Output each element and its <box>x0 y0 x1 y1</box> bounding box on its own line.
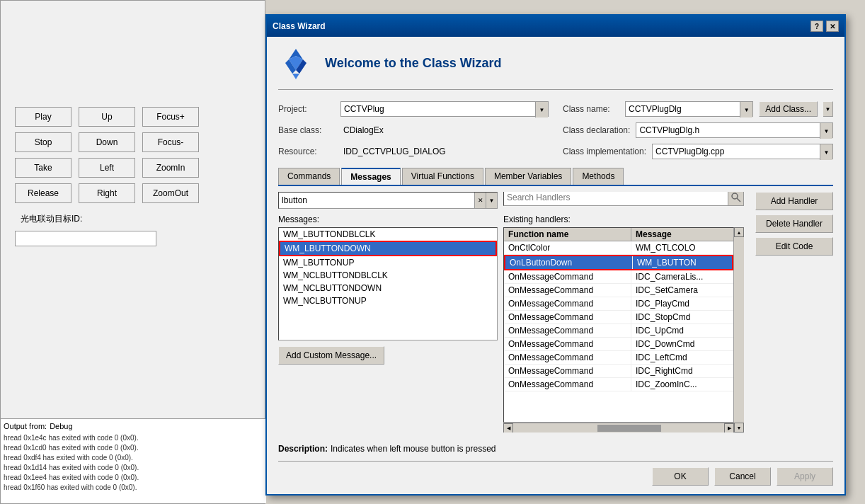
col-function-header: Function name <box>504 228 631 241</box>
message-item-wm-lbuttondown[interactable]: WM_LBUTTONDOWN <box>279 241 497 256</box>
release-button[interactable]: Release <box>15 183 71 203</box>
left-button[interactable]: Left <box>79 158 135 178</box>
vscroll-down-button[interactable]: ▼ <box>734 423 744 433</box>
close-button[interactable]: ✕ <box>826 21 839 32</box>
handlers-vscroll[interactable]: ▲ ▼ <box>734 227 744 433</box>
class-impl-select[interactable]: CCTVPlugDlg.cpp ▼ <box>652 144 833 159</box>
class-name-dropdown-arrow[interactable]: ▼ <box>740 102 752 118</box>
base-class-group: Base class: CDialogEx <box>278 122 549 138</box>
tab-member-variables[interactable]: Member Variables <box>485 168 571 185</box>
output-line: hread 0x1e4c has exited with code 0 (0x0… <box>4 433 263 443</box>
up-button[interactable]: Up <box>79 107 135 127</box>
search-handlers-input[interactable] <box>504 193 728 202</box>
edit-code-button[interactable]: Edit Code <box>755 237 833 256</box>
handler-func-onctlcolor: OnCtlColor <box>504 241 631 254</box>
down-button[interactable]: Down <box>79 132 135 152</box>
hscroll-right-button[interactable]: ▶ <box>724 423 734 433</box>
handler-func-msg-downcmd: OnMessageCommand <box>504 338 631 350</box>
output-from-label: Output from: <box>4 422 47 430</box>
vscroll-up-button[interactable]: ▲ <box>734 227 744 237</box>
handler-row-msg-rightcmd[interactable]: OnMessageCommand IDC_RightCmd <box>504 365 733 378</box>
handler-row-onctlcolor[interactable]: OnCtlColor WM_CTLCOLO <box>504 241 733 255</box>
form-fields: Project: CCTVPlug ▼ Class name: CCTVPlug… <box>278 101 833 159</box>
right-content-area: Function name Message OnCtlColor WM_CTLC… <box>503 227 744 433</box>
take-button[interactable]: Take <box>15 158 71 178</box>
project-label: Project: <box>278 104 335 114</box>
background-app: Play Up Focus+ Stop Down Focus- Take Lef… <box>0 0 265 504</box>
handler-row-msg-downcmd[interactable]: OnMessageCommand IDC_DownCmd <box>504 338 733 351</box>
action-buttons-panel: Add Handler Delete Handler Edit Code <box>755 192 833 438</box>
class-impl-dropdown-arrow[interactable]: ▼ <box>820 144 832 160</box>
add-class-dropdown-arrow[interactable]: ▼ <box>823 101 833 117</box>
handlers-table-area: Function name Message OnCtlColor WM_CTLC… <box>503 227 734 433</box>
handler-func-msg-playcmd: OnMessageCommand <box>504 297 631 310</box>
sample-edit-box[interactable] <box>15 231 156 246</box>
handlers-hscroll[interactable]: ◀ ▶ <box>503 423 734 433</box>
cancel-button[interactable]: Cancel <box>714 467 771 486</box>
description-label: Description: <box>278 444 328 454</box>
dialog-body: Welcome to the Class Wizard Project: CCT… <box>267 37 844 494</box>
handler-msg-downcmd: IDC_DownCmd <box>631 338 733 350</box>
output-header: Output from: Debug <box>4 422 263 430</box>
help-button[interactable]: ? <box>810 21 823 32</box>
apply-button[interactable]: Apply <box>777 467 833 486</box>
right-button[interactable]: Right <box>79 183 135 203</box>
dialog-footer: OK Cancel Apply <box>278 461 833 486</box>
handler-row-msg-cameralis[interactable]: OnMessageCommand IDC_CameraLis... <box>504 270 733 284</box>
tab-commands[interactable]: Commands <box>278 168 340 185</box>
handler-msg-onlbuttondown: WM_LBUTTON <box>633 256 732 269</box>
output-panel: Output from: Debug hread 0x1e4c has exit… <box>1 418 266 503</box>
project-select[interactable]: CCTVPlug ▼ <box>340 101 549 117</box>
btn-row-1: Play Up Focus+ <box>15 107 251 127</box>
hscroll-track <box>513 425 724 432</box>
handler-msg-leftcmd: IDC_LeftCmd <box>631 351 733 364</box>
handler-row-msg-setcamera[interactable]: OnMessageCommand IDC_SetCamera <box>504 284 733 297</box>
handler-func-onlbuttondown: OnLButtonDown <box>505 256 633 269</box>
focus-plus-button[interactable]: Focus+ <box>142 107 199 127</box>
zoom-in-button[interactable]: ZoomIn <box>142 158 199 178</box>
hscroll-left-button[interactable]: ◀ <box>503 423 513 433</box>
filter-input[interactable] <box>279 195 474 205</box>
filter-clear-button[interactable]: ✕ <box>474 193 486 208</box>
handler-msg-cameralis: IDC_CameraLis... <box>631 270 733 283</box>
play-button[interactable]: Play <box>15 107 71 127</box>
handler-row-onlbuttondown[interactable]: OnLButtonDown WM_LBUTTON <box>504 255 733 270</box>
class-name-select[interactable]: CCTVPlugDlg ▼ <box>625 101 753 117</box>
dialog-titlebar: Class Wizard ? ✕ <box>267 16 844 37</box>
stop-button[interactable]: Stop <box>15 132 71 152</box>
handlers-table[interactable]: Function name Message OnCtlColor WM_CTLC… <box>503 227 734 423</box>
class-name-value: CCTVPlugDlg <box>626 102 740 116</box>
dialog-header: Welcome to the Class Wizard <box>278 45 833 90</box>
handler-row-msg-zoominc[interactable]: OnMessageCommand IDC_ZoomInC... <box>504 378 733 391</box>
btn-row-2: Stop Down Focus- <box>15 132 251 152</box>
message-item-wm-lbuttondblclk[interactable]: WM_LBUTTONDBLCLK <box>279 228 497 241</box>
class-decl-select[interactable]: CCTVPlugDlg.h ▼ <box>636 122 833 138</box>
class-decl-dropdown-arrow[interactable]: ▼ <box>820 123 832 139</box>
tab-virtual-functions[interactable]: Virtual Functions <box>402 168 483 185</box>
messages-listbox[interactable]: WM_LBUTTONDBLCLK WM_LBUTTONDOWN WM_LBUTT… <box>278 227 498 340</box>
ok-button[interactable]: OK <box>652 467 709 486</box>
message-item-wm-lbuttonup[interactable]: WM_LBUTTONUP <box>279 256 497 269</box>
add-class-button[interactable]: Add Class... <box>759 101 818 117</box>
message-item-wm-nclbuttonup[interactable]: WM_NCLBUTTONUP <box>279 294 497 307</box>
tab-methods[interactable]: Methods <box>573 168 624 185</box>
handler-row-msg-playcmd[interactable]: OnMessageCommand IDC_PlayCmd <box>504 297 733 311</box>
handler-row-msg-stopcmd[interactable]: OnMessageCommand IDC_StopCmd <box>504 311 733 324</box>
handler-row-msg-upcmd[interactable]: OnMessageCommand IDC_UpCmd <box>504 324 733 338</box>
add-custom-message-button[interactable]: Add Custom Message... <box>278 346 384 365</box>
delete-handler-button[interactable]: Delete Handler <box>755 214 833 233</box>
focus-minus-button[interactable]: Focus- <box>142 132 199 152</box>
message-item-wm-nclbuttondblclk[interactable]: WM_NCLBUTTONDBLCLK <box>279 269 497 282</box>
tab-messages[interactable]: Messages <box>341 168 400 185</box>
class-name-label: Class name: <box>563 104 619 114</box>
project-dropdown-arrow[interactable]: ▼ <box>535 102 548 118</box>
filter-dropdown-button[interactable]: ▼ <box>486 193 497 208</box>
message-item-wm-nclbuttondown[interactable]: WM_NCLBUTTONDOWN <box>279 282 497 294</box>
zoom-out-button[interactable]: ZoomOut <box>142 183 199 203</box>
search-handlers-bar <box>503 192 744 209</box>
dialog-title: Class Wizard <box>273 21 326 31</box>
handler-msg-zoominc: IDC_ZoomInC... <box>631 378 733 391</box>
search-handlers-button[interactable] <box>728 192 743 205</box>
handler-row-msg-leftcmd[interactable]: OnMessageCommand IDC_LeftCmd <box>504 351 733 365</box>
add-handler-button[interactable]: Add Handler <box>755 192 833 210</box>
